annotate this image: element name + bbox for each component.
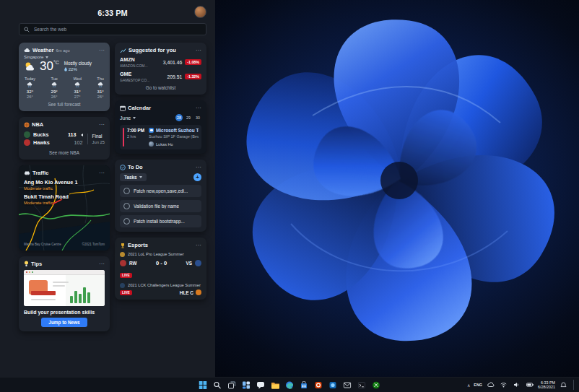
stocks-widget[interactable]: Suggested for you AMZN AMAZON.COM... 3,4… (115, 43, 206, 95)
forecast-day[interactable]: Wed 31° 27° (73, 77, 81, 99)
todo-widget[interactable]: To Do Tasks + Patch new,open,save,edi...… (115, 160, 206, 232)
task-item[interactable]: Patch new,open,save,edi... (120, 185, 201, 197)
stock-row[interactable]: AMZN AMAZON.COM... 3,401.46 -1.08% (120, 56, 201, 68)
weather-location[interactable]: Singapore (24, 55, 105, 59)
task-text: Validation file by name (134, 204, 179, 209)
nba-see-more-link[interactable]: See more NBA (24, 150, 105, 155)
nba-more-icon[interactable] (99, 123, 105, 126)
microsoft-store-icon[interactable] (300, 380, 309, 390)
language-indicator[interactable]: ENG (474, 383, 482, 387)
stock-change-badge: -1.08% (185, 59, 201, 65)
esports-more-icon[interactable] (196, 243, 201, 247)
notification-bell-icon[interactable] (559, 380, 568, 390)
mail-app-icon[interactable] (343, 380, 352, 390)
search-bar[interactable] (19, 23, 206, 35)
stock-price: 209.51 (167, 74, 182, 79)
tips-caption: Build your presentation skills (24, 310, 105, 315)
taskbar-clock[interactable]: 6:33 PM 6/28/2021 (538, 380, 555, 390)
wifi-icon[interactable] (499, 380, 508, 390)
nba-game[interactable]: Bucks 113 Hawks 102 Final (24, 130, 105, 147)
team-score: 102 (74, 139, 83, 146)
todo-more-icon[interactable] (196, 165, 201, 169)
stock-company: AMAZON.COM... (120, 64, 163, 68)
weather-cloud-icon (24, 48, 30, 53)
vs-team-logo (195, 260, 201, 266)
start-button[interactable] (199, 380, 208, 390)
task-view-icon[interactable] (227, 380, 237, 390)
calendar-widget[interactable]: Calendar June 28 29 30 (115, 100, 206, 154)
terminal-app-icon[interactable] (357, 380, 367, 390)
tray-overflow-chevron-icon[interactable]: ∧ (467, 383, 470, 388)
show-desktop-button[interactable] (573, 380, 575, 390)
tips-more-icon[interactable] (99, 262, 105, 266)
team-abbr: HLE C (180, 290, 193, 295)
tips-widget[interactable]: Tips (19, 256, 110, 331)
lpl-league-icon (120, 252, 125, 257)
search-input[interactable] (32, 26, 201, 32)
task-item[interactable]: Patch install bootstrapp... (120, 215, 201, 227)
forecast-day-name: Wed (73, 77, 81, 81)
user-avatar[interactable] (194, 6, 206, 18)
taskbar-search-icon[interactable] (213, 380, 222, 390)
team-abbr: VS (186, 261, 192, 266)
tips-thumbnail[interactable] (24, 270, 105, 306)
basketball-icon (24, 122, 30, 128)
file-explorer-icon[interactable] (271, 380, 280, 390)
taskbar: ∧ ENG 6:33 PM 6/28/2021 (0, 377, 579, 392)
trophy-icon (120, 243, 126, 248)
task-checkbox[interactable] (123, 218, 130, 225)
photos-app-icon[interactable] (328, 380, 338, 390)
widgets-icon[interactable] (242, 380, 251, 390)
calendar-icon (120, 105, 126, 111)
esports-match[interactable]: LIVE HLE C (120, 289, 201, 295)
task-checkbox[interactable] (123, 203, 130, 209)
widgets-grid: Weather 6m ago Singapore 30°C Mostly clo… (19, 43, 206, 331)
stock-row[interactable]: GME GAMESTOP CO... 209.51 -1.32% (120, 71, 201, 82)
traffic-widget[interactable]: Traffic Ang Mo Kio Avenue 1 Moderate tra… (19, 165, 110, 251)
weather-forecast-link[interactable]: See full forecast (24, 102, 105, 107)
weather-title: Weather (32, 47, 53, 53)
rain-cloud-icon (74, 82, 81, 88)
battery-icon[interactable] (525, 380, 534, 390)
bucks-logo (24, 131, 30, 138)
stocks-chart-icon (120, 48, 126, 53)
calendar-day-chip[interactable]: 28 (175, 114, 183, 121)
esports-title: Esports (128, 242, 148, 248)
map-attribution: ©2021 TomTom (82, 243, 105, 246)
event-title: Microsoft Suzhou Tea... (156, 128, 199, 133)
weather-condition: Mostly cloudy (64, 61, 92, 66)
stocks-more-icon[interactable] (196, 48, 201, 52)
team-name: Bucks (33, 131, 65, 138)
watchlist-link[interactable]: Go to watchlist (120, 85, 201, 90)
traffic-more-icon[interactable] (99, 171, 105, 175)
calendar-event[interactable]: 7:00 PM 2 hrs Microsoft Suzhou Tea... Su… (120, 125, 201, 149)
add-task-button[interactable]: + (193, 173, 201, 181)
office-app-icon[interactable] (314, 380, 323, 390)
weather-precip: 22% (69, 67, 77, 71)
rain-cloud-icon (97, 82, 104, 88)
onedrive-cloud-icon[interactable] (486, 380, 495, 390)
task-list-selector[interactable]: Tasks (120, 173, 147, 181)
xbox-app-icon[interactable] (372, 380, 381, 390)
forecast-lo: 26° (27, 95, 33, 99)
forecast-day[interactable]: Today 32° 26° (25, 77, 35, 99)
weather-updated: 6m ago (56, 48, 69, 53)
forecast-day[interactable]: Tue 29° 26° (51, 77, 57, 99)
weather-more-icon[interactable] (99, 48, 105, 52)
chat-icon[interactable] (256, 380, 266, 390)
calendar-day-chip[interactable]: 29 (185, 114, 192, 121)
weather-widget[interactable]: Weather 6m ago Singapore 30°C Mostly clo… (19, 43, 110, 111)
calendar-more-icon[interactable] (196, 106, 201, 110)
edge-browser-icon[interactable] (285, 380, 295, 390)
esports-widget[interactable]: Esports 2021 LoL Pro League Summer RW 0 … (115, 238, 206, 300)
esports-match[interactable]: RW 0 - 0 VS (120, 260, 201, 266)
task-item[interactable]: Validation file by name (120, 200, 201, 212)
calendar-day-chip[interactable]: 30 (194, 114, 201, 121)
road-name: Bukit Timah Road (24, 193, 105, 200)
forecast-day[interactable]: Thu 31° 26° (97, 77, 104, 99)
calendar-month[interactable]: June (120, 116, 131, 121)
jump-to-news-button[interactable]: Jump to News (41, 318, 87, 327)
task-checkbox[interactable] (123, 188, 130, 194)
volume-icon[interactable] (512, 380, 521, 390)
nba-widget[interactable]: NBA Bucks 113 (19, 117, 110, 160)
